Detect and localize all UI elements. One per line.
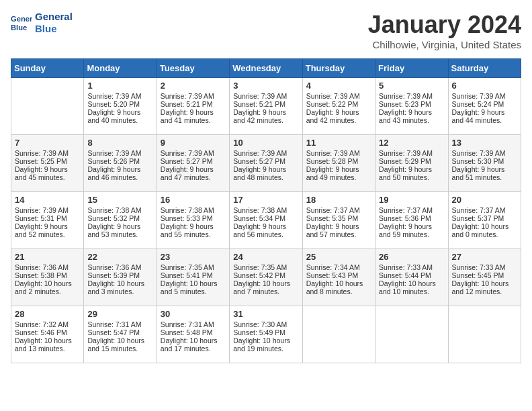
daylight-text: Daylight: 9 hours and 56 minutes.: [233, 222, 298, 238]
table-row: 19Sunrise: 7:37 AMSunset: 5:36 PMDayligh…: [375, 192, 448, 249]
calendar-subtitle: Chilhowie, Virginia, United States: [368, 39, 521, 50]
daylight-text: Daylight: 9 hours and 42 minutes.: [233, 108, 298, 124]
daylight-text: Daylight: 10 hours and 2 minutes.: [15, 279, 80, 295]
col-tuesday: Tuesday: [157, 59, 229, 78]
week-row-5: 28Sunrise: 7:32 AMSunset: 5:46 PMDayligh…: [11, 306, 521, 363]
sunset-text: Sunset: 5:32 PM: [87, 214, 152, 222]
sunset-text: Sunset: 5:21 PM: [233, 100, 298, 108]
sunrise-text: Sunrise: 7:39 AM: [452, 92, 517, 100]
daylight-text: Daylight: 9 hours and 49 minutes.: [306, 165, 371, 181]
table-row: 8Sunrise: 7:39 AMSunset: 5:26 PMDaylight…: [84, 135, 157, 192]
day-number: 22: [87, 252, 152, 262]
sunrise-text: Sunrise: 7:38 AM: [87, 206, 152, 214]
day-number: 5: [379, 81, 444, 91]
sunrise-text: Sunrise: 7:39 AM: [15, 206, 80, 214]
table-row: 31Sunrise: 7:30 AMSunset: 5:49 PMDayligh…: [230, 306, 302, 363]
sunrise-text: Sunrise: 7:31 AM: [161, 320, 226, 328]
table-row: [448, 306, 521, 363]
sunset-text: Sunset: 5:46 PM: [15, 328, 80, 336]
svg-text:Blue: Blue: [11, 24, 27, 32]
day-number: 30: [161, 309, 226, 319]
table-row: 4Sunrise: 7:39 AMSunset: 5:22 PMDaylight…: [302, 78, 375, 135]
day-number: 2: [161, 81, 226, 91]
daylight-text: Daylight: 10 hours and 5 minutes.: [161, 279, 226, 295]
day-number: 9: [161, 138, 226, 148]
table-row: 20Sunrise: 7:37 AMSunset: 5:37 PMDayligh…: [448, 192, 521, 249]
table-row: 1Sunrise: 7:39 AMSunset: 5:20 PMDaylight…: [84, 78, 157, 135]
day-number: 18: [306, 195, 371, 205]
sunset-text: Sunset: 5:39 PM: [87, 271, 152, 279]
daylight-text: Daylight: 9 hours and 48 minutes.: [233, 165, 298, 181]
sunrise-text: Sunrise: 7:38 AM: [233, 206, 298, 214]
daylight-text: Daylight: 10 hours and 10 minutes.: [379, 279, 444, 295]
day-number: 13: [452, 138, 517, 148]
sunrise-text: Sunrise: 7:39 AM: [15, 149, 80, 157]
svg-text:General: General: [11, 15, 32, 23]
daylight-text: Daylight: 9 hours and 57 minutes.: [306, 222, 371, 238]
day-number: 31: [233, 309, 298, 319]
sunrise-text: Sunrise: 7:37 AM: [452, 206, 517, 214]
sunrise-text: Sunrise: 7:39 AM: [379, 92, 444, 100]
sunset-text: Sunset: 5:23 PM: [379, 100, 444, 108]
sunset-text: Sunset: 5:30 PM: [452, 157, 517, 165]
day-number: 7: [15, 138, 80, 148]
day-number: 29: [87, 309, 152, 319]
sunrise-text: Sunrise: 7:35 AM: [161, 263, 226, 271]
table-row: 22Sunrise: 7:36 AMSunset: 5:39 PMDayligh…: [84, 249, 157, 306]
daylight-text: Daylight: 10 hours and 17 minutes.: [161, 336, 226, 353]
day-number: 25: [306, 252, 371, 262]
daylight-text: Daylight: 9 hours and 43 minutes.: [379, 108, 444, 124]
sunset-text: Sunset: 5:36 PM: [379, 214, 444, 222]
sunrise-text: Sunrise: 7:39 AM: [161, 149, 226, 157]
sunset-text: Sunset: 5:49 PM: [233, 328, 298, 336]
table-row: 18Sunrise: 7:37 AMSunset: 5:35 PMDayligh…: [302, 192, 375, 249]
day-number: 20: [452, 195, 517, 205]
sunset-text: Sunset: 5:20 PM: [87, 100, 152, 108]
sunrise-text: Sunrise: 7:39 AM: [233, 92, 298, 100]
sunrise-text: Sunrise: 7:39 AM: [306, 92, 371, 100]
day-number: 24: [233, 252, 298, 262]
day-number: 23: [161, 252, 226, 262]
table-row: 11Sunrise: 7:39 AMSunset: 5:28 PMDayligh…: [302, 135, 375, 192]
day-number: 19: [379, 195, 444, 205]
day-number: 1: [87, 81, 152, 91]
day-number: 15: [87, 195, 152, 205]
daylight-text: Daylight: 10 hours and 7 minutes.: [233, 279, 298, 295]
table-row: 13Sunrise: 7:39 AMSunset: 5:30 PMDayligh…: [448, 135, 521, 192]
table-row: 24Sunrise: 7:35 AMSunset: 5:42 PMDayligh…: [230, 249, 302, 306]
sunset-text: Sunset: 5:42 PM: [233, 271, 298, 279]
day-number: 10: [233, 138, 298, 148]
calendar-title: January 2024: [368, 11, 521, 39]
sunset-text: Sunset: 5:21 PM: [161, 100, 226, 108]
logo: General Blue General Blue: [11, 11, 73, 35]
sunset-text: Sunset: 5:37 PM: [452, 214, 517, 222]
col-sunday: Sunday: [11, 59, 84, 78]
sunrise-text: Sunrise: 7:34 AM: [306, 263, 371, 271]
daylight-text: Daylight: 9 hours and 42 minutes.: [306, 108, 371, 124]
week-row-2: 7Sunrise: 7:39 AMSunset: 5:25 PMDaylight…: [11, 135, 521, 192]
sunrise-text: Sunrise: 7:39 AM: [379, 149, 444, 157]
daylight-text: Daylight: 10 hours and 0 minutes.: [452, 222, 517, 238]
daylight-text: Daylight: 9 hours and 53 minutes.: [87, 222, 152, 238]
table-row: 2Sunrise: 7:39 AMSunset: 5:21 PMDaylight…: [157, 78, 229, 135]
table-row: 28Sunrise: 7:32 AMSunset: 5:46 PMDayligh…: [11, 306, 84, 363]
calendar-table: Sunday Monday Tuesday Wednesday Thursday…: [11, 58, 521, 363]
sunset-text: Sunset: 5:28 PM: [306, 157, 371, 165]
sunset-text: Sunset: 5:48 PM: [161, 328, 226, 336]
daylight-text: Daylight: 10 hours and 19 minutes.: [233, 336, 298, 353]
col-thursday: Thursday: [302, 59, 375, 78]
table-row: 5Sunrise: 7:39 AMSunset: 5:23 PMDaylight…: [375, 78, 448, 135]
week-row-3: 14Sunrise: 7:39 AMSunset: 5:31 PMDayligh…: [11, 192, 521, 249]
daylight-text: Daylight: 10 hours and 8 minutes.: [306, 279, 371, 295]
table-row: 6Sunrise: 7:39 AMSunset: 5:24 PMDaylight…: [448, 78, 521, 135]
sunrise-text: Sunrise: 7:39 AM: [161, 92, 226, 100]
page-header: General Blue General Blue January 2024 C…: [11, 11, 521, 50]
col-wednesday: Wednesday: [230, 59, 302, 78]
sunset-text: Sunset: 5:38 PM: [15, 271, 80, 279]
sunset-text: Sunset: 5:44 PM: [379, 271, 444, 279]
table-row: [11, 78, 84, 135]
sunset-text: Sunset: 5:43 PM: [306, 271, 371, 279]
sunset-text: Sunset: 5:41 PM: [161, 271, 226, 279]
sunset-text: Sunset: 5:26 PM: [87, 157, 152, 165]
day-number: 14: [15, 195, 80, 205]
